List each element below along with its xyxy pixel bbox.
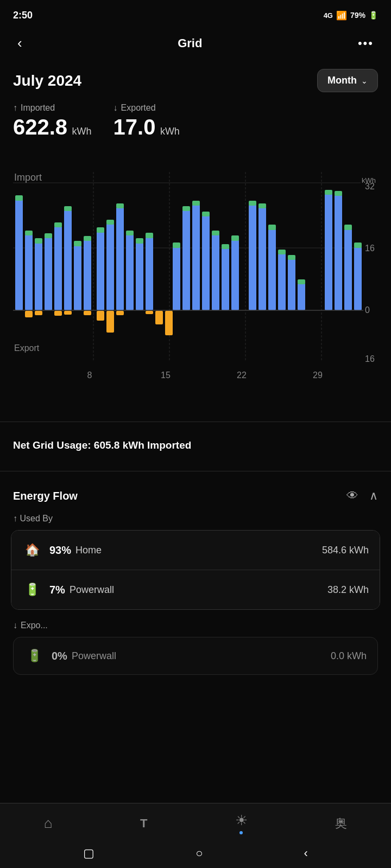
svg-rect-44 <box>192 205 200 310</box>
svg-rect-65 <box>298 279 305 284</box>
imported-stat: ↑ Imported 622.8 kWh <box>13 103 92 139</box>
svg-rect-36 <box>136 242 143 310</box>
svg-rect-16 <box>35 242 42 310</box>
svg-rect-43 <box>182 206 190 211</box>
svg-text:16: 16 <box>365 244 375 253</box>
month-selector[interactable]: Month ⌄ <box>317 69 378 92</box>
svg-rect-57 <box>258 203 266 208</box>
status-time: 2:50 <box>13 10 33 21</box>
svg-rect-56 <box>258 207 266 310</box>
svg-rect-38 <box>146 237 153 310</box>
chart-divider <box>0 422 391 422</box>
svg-rect-39 <box>146 233 153 238</box>
page-title: Grid <box>178 36 202 50</box>
export-powerwall-icon: 🔋 <box>24 646 44 666</box>
svg-rect-58 <box>268 229 276 310</box>
svg-rect-64 <box>298 283 305 310</box>
svg-rect-32 <box>116 207 124 310</box>
svg-rect-35 <box>126 231 134 235</box>
svg-rect-31 <box>106 220 114 225</box>
svg-rect-37 <box>136 238 143 244</box>
imported-value: 622.8 kWh <box>13 115 92 139</box>
svg-rect-55 <box>249 201 256 206</box>
tesla-nav-icon: T <box>140 816 147 831</box>
export-section: ↓ Expo... 🔋 0% Powerwall 0.0 kWh <box>0 610 391 679</box>
svg-text:15: 15 <box>161 371 171 380</box>
svg-rect-75 <box>25 311 33 317</box>
svg-rect-26 <box>84 240 91 310</box>
svg-text:29: 29 <box>313 371 323 380</box>
svg-rect-14 <box>25 234 33 310</box>
energy-flow-controls: 👁 ∧ <box>346 489 378 503</box>
svg-rect-52 <box>231 240 239 310</box>
solar-nav-icon: ☀ <box>235 812 248 829</box>
svg-rect-60 <box>278 253 286 310</box>
svg-rect-27 <box>84 236 91 241</box>
nav-home[interactable]: ⌂ <box>35 813 61 834</box>
svg-rect-59 <box>268 225 276 230</box>
svg-text:Export: Export <box>14 343 40 353</box>
powerwall-name: Powerwall <box>70 584 327 596</box>
eye-icon[interactable]: 👁 <box>346 489 358 503</box>
svg-text:8: 8 <box>87 371 92 380</box>
net-grid-usage: Net Grid Usage: 605.8 kWh Imported <box>0 433 391 460</box>
export-by-label: ↓ Expo... <box>13 621 378 630</box>
export-pct: 0% <box>52 650 67 662</box>
nav-solar[interactable]: ☀ <box>226 810 256 837</box>
svg-rect-50 <box>222 248 229 310</box>
used-by-cards: 🏠 93% Home 584.6 kWh 🔋 7% Powerwall 38.2… <box>11 530 380 610</box>
svg-rect-85 <box>165 311 173 335</box>
svg-rect-54 <box>249 205 256 310</box>
exported-label: ↓ Exported <box>113 103 180 113</box>
imported-label: ↑ Imported <box>13 103 92 113</box>
home-pct: 93% <box>49 544 71 557</box>
back-button[interactable]: ‹ <box>13 33 27 54</box>
export-name: Powerwall <box>72 650 331 662</box>
svg-rect-81 <box>106 311 114 333</box>
chevron-down-icon: ⌄ <box>361 76 368 85</box>
svg-rect-41 <box>173 242 180 248</box>
svg-rect-46 <box>202 215 210 310</box>
svg-rect-67 <box>325 190 332 195</box>
battery-icon: 🔋 <box>369 11 378 20</box>
android-back-button[interactable]: ‹ <box>304 846 308 860</box>
nav-grid[interactable]: 奥 <box>326 813 356 834</box>
svg-rect-69 <box>335 191 342 196</box>
svg-text:Import: Import <box>14 172 42 183</box>
svg-rect-82 <box>116 311 124 315</box>
nav-tesla[interactable]: T <box>131 814 156 833</box>
home-energy-card: 🏠 93% Home 584.6 kWh <box>11 531 380 570</box>
svg-rect-72 <box>354 247 362 310</box>
chart-container: Import 32 kWh 16 0 <box>13 150 378 411</box>
powerwall-pct: 7% <box>49 584 65 596</box>
more-button[interactable]: ••• <box>354 34 378 53</box>
svg-rect-76 <box>35 311 42 315</box>
android-recent-button[interactable]: ▢ <box>83 846 94 860</box>
battery-level: 79% <box>350 11 365 20</box>
android-home-button[interactable]: ○ <box>195 846 203 860</box>
svg-text:kWh: kWh <box>362 176 376 184</box>
svg-rect-51 <box>222 244 229 249</box>
svg-rect-84 <box>155 311 163 324</box>
month-selector-label: Month <box>327 75 357 86</box>
exported-value: 17.0 kWh <box>113 115 180 139</box>
status-bar: 2:50 4G 📶 79% 🔋 <box>0 0 391 28</box>
chart-svg: Import 32 kWh 16 0 <box>13 150 378 411</box>
home-nav-icon: ⌂ <box>44 815 53 832</box>
svg-rect-79 <box>84 311 91 315</box>
android-nav: ▢ ○ ‹ <box>0 841 391 868</box>
date-label: July 2024 <box>13 72 81 90</box>
svg-rect-68 <box>335 195 342 310</box>
svg-rect-20 <box>54 226 62 310</box>
nav-active-dot <box>239 831 243 834</box>
svg-rect-61 <box>278 250 286 254</box>
svg-rect-83 <box>146 311 153 314</box>
svg-rect-25 <box>74 241 81 246</box>
collapse-icon[interactable]: ∧ <box>369 489 378 503</box>
date-row: July 2024 Month ⌄ <box>0 62 391 101</box>
svg-text:16: 16 <box>365 354 375 363</box>
svg-text:22: 22 <box>237 371 247 380</box>
svg-rect-24 <box>74 245 81 310</box>
status-icons: 4G 📶 79% 🔋 <box>324 10 378 21</box>
svg-rect-29 <box>97 227 104 233</box>
